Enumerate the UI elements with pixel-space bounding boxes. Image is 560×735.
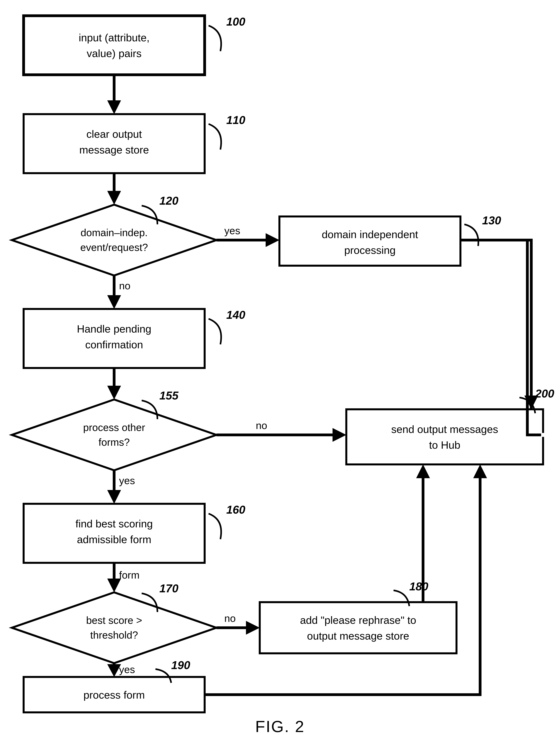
node-input-pairs: input (attribute, value) pairs [24,16,205,75]
node-process-other-forms-line2: forms? [99,436,130,448]
svg-marker-34 [416,464,430,478]
node-handle-pending: Handle pending confirmation [24,309,205,368]
node-input-pairs-line2: value) pairs [87,47,141,59]
ref-100: 100 [226,15,245,28]
node-send-output-hub-line1: send output messages [391,423,498,435]
edge-110-120 [107,173,121,205]
svg-rect-4 [24,309,205,368]
edge-160-170: form [107,563,140,592]
node-handle-pending-line1: Handle pending [77,323,151,335]
node-threshold-decision: best score > threshold? [12,592,216,663]
node-input-pairs-line1: input (attribute, [79,32,150,43]
node-process-other-forms-decision: process other forms? [12,399,216,470]
edge-170-no-180: no [216,613,260,635]
node-please-rephrase-line2: output message store [307,630,409,642]
svg-rect-6 [24,504,205,563]
ref-200: 200 [535,387,554,400]
edge-label-170-no: no [224,613,236,624]
svg-marker-12 [107,100,121,114]
node-please-rephrase-line1: add "please rephrase" to [300,614,416,626]
svg-marker-24 [333,428,346,442]
edge-label-155-no: no [256,420,267,431]
edge-label-155-yes: yes [119,475,135,486]
edge-120-yes-130: yes [216,225,279,247]
svg-rect-20 [541,433,545,437]
svg-rect-1 [24,114,205,173]
edge-100-110 [107,75,121,114]
node-domain-indep-processing-line2: processing [344,244,396,256]
ref-180: 180 [409,580,428,593]
node-process-form: process form [24,677,205,712]
ref-120: 120 [159,194,178,207]
svg-marker-2 [12,205,216,276]
node-find-best-form: find best scoring admissible form [24,504,205,563]
ref-140: 140 [226,308,245,321]
node-domain-indep-processing-line1: domain independent [322,228,418,240]
node-domain-indep-processing: domain independent processing [279,216,460,266]
svg-marker-14 [107,191,121,205]
svg-marker-30 [246,621,260,635]
node-domain-indep-line2: event/request? [80,242,148,253]
svg-rect-8 [260,602,457,653]
edge-label-170-yes: yes [119,664,135,675]
node-clear-output-line2: message store [79,144,149,156]
edge-120-no-140: no [107,276,130,309]
ref-155: 155 [159,389,179,402]
svg-marker-18 [107,295,121,309]
svg-rect-10 [346,409,543,464]
edge-170-yes-190: yes [107,663,135,677]
edge-label-120-no: no [119,280,130,291]
svg-marker-5 [12,399,216,470]
node-find-best-form-line1: find best scoring [75,518,153,530]
edge-label-160-form: form [119,569,140,581]
node-domain-indep-decision: domain–indep. event/request? [12,205,216,276]
ref-170: 170 [159,582,178,595]
edge-155-no-200: no [216,420,346,442]
edge-155-yes-160: yes [107,470,135,504]
svg-rect-0 [24,16,205,75]
node-please-rephrase: add "please rephrase" to output message … [260,602,457,653]
node-find-best-form-line2: admissible form [77,533,151,545]
node-send-output-hub: send output messages to Hub [346,409,543,464]
figure-label: FIG. 2 [255,717,305,735]
svg-marker-26 [107,490,121,504]
node-process-form-line1: process form [83,689,145,701]
svg-marker-16 [266,233,279,247]
ref-160: 160 [226,503,245,516]
node-process-other-forms-line1: process other [83,422,145,433]
ref-130: 130 [482,214,501,227]
edge-190-200 [205,464,487,695]
ref-110: 110 [226,114,245,126]
node-clear-output: clear output message store [24,114,205,173]
node-threshold-line2: threshold? [90,629,138,641]
edge-label-120-yes: yes [224,225,240,236]
node-clear-output-line1: clear output [86,128,142,140]
svg-marker-35 [473,464,487,478]
node-domain-indep-line1: domain–indep. [80,227,148,238]
svg-marker-7 [12,592,216,663]
node-handle-pending-line2: confirmation [85,339,143,350]
svg-marker-22 [107,386,121,399]
svg-rect-3 [279,216,460,266]
ref-190: 190 [171,659,190,671]
node-send-output-hub-line2: to Hub [429,439,460,451]
edge-140-155 [107,368,121,399]
node-threshold-line1: best score > [86,615,142,626]
